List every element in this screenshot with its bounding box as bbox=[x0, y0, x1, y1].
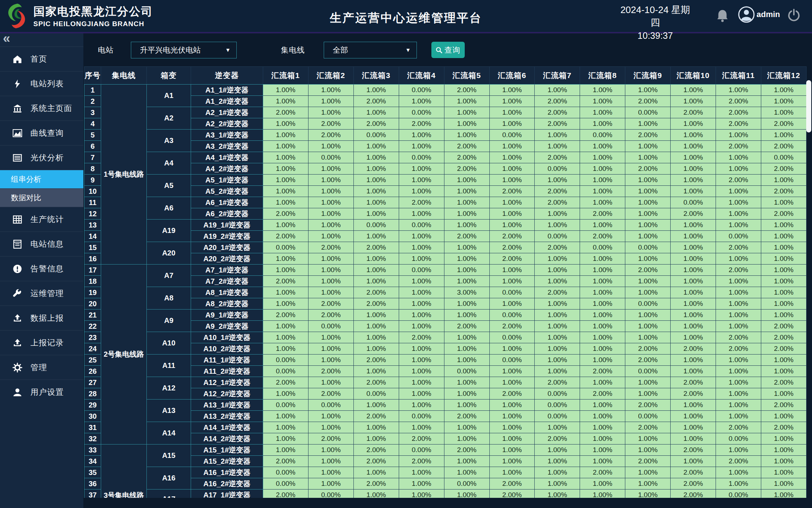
sidebar-item-user-settings[interactable]: 用户设置 bbox=[0, 380, 83, 404]
logout-power-icon[interactable] bbox=[787, 9, 800, 22]
box-cell: A16 bbox=[147, 467, 191, 489]
sidebar-item-station-list[interactable]: 电站列表 bbox=[0, 71, 83, 96]
value-cell: 1.00% bbox=[625, 310, 671, 321]
seq-cell: 23 bbox=[84, 332, 101, 343]
value-cell: 1.00% bbox=[399, 422, 444, 433]
inverter-cell: A20_2#逆变器 bbox=[191, 253, 263, 265]
time-text: 10:39:37 bbox=[616, 30, 694, 41]
scrollbar-thumb[interactable] bbox=[806, 80, 811, 132]
seq-cell: 30 bbox=[84, 411, 101, 422]
search-button[interactable]: 查询 bbox=[431, 42, 465, 58]
box-cell: A9 bbox=[147, 310, 191, 332]
value-cell: 1.00% bbox=[671, 298, 716, 310]
table-row: 35A16A16_1#逆变器0.00%1.00%1.00%1.00%1.00%1… bbox=[84, 467, 807, 478]
seq-cell: 19 bbox=[84, 287, 101, 298]
sidebar-item-alarm-info[interactable]: 告警信息 bbox=[0, 256, 83, 281]
inverter-cell: A19_1#逆变器 bbox=[191, 220, 263, 231]
sidebar-item-management[interactable]: 管理 bbox=[0, 355, 83, 380]
value-cell: 1.00% bbox=[580, 422, 625, 433]
column-header: 汇流箱11 bbox=[716, 67, 761, 85]
value-cell: 2.00% bbox=[716, 141, 761, 152]
table-row: 333号集电线路A15A15_1#逆变器1.00%1.00%2.00%0.00%… bbox=[84, 444, 807, 456]
value-cell: 1.00% bbox=[444, 208, 489, 220]
value-cell: 1.00% bbox=[308, 332, 353, 343]
value-cell: 1.00% bbox=[671, 332, 716, 343]
value-cell: 1.00% bbox=[353, 433, 399, 444]
value-cell: 1.00% bbox=[716, 321, 761, 332]
sidebar-item-om-management[interactable]: 运维管理 bbox=[0, 281, 83, 306]
box-cell: A5 bbox=[147, 175, 191, 197]
value-cell: 2.00% bbox=[444, 163, 489, 175]
value-cell: 1.00% bbox=[761, 411, 806, 422]
value-cell: 1.00% bbox=[625, 332, 671, 343]
value-cell: 1.00% bbox=[625, 467, 671, 478]
sidebar-item-curve-query[interactable]: 曲线查询 bbox=[0, 120, 83, 145]
value-cell: 1.00% bbox=[399, 287, 444, 298]
value-cell: 0.00% bbox=[308, 321, 353, 332]
value-cell: 2.00% bbox=[716, 118, 761, 130]
value-cell: 2.00% bbox=[263, 377, 308, 388]
sidebar-subitem-data-compare[interactable]: 数据对比 bbox=[0, 188, 83, 207]
brand-subtitle: SPIC HEILONGJIANG BRANCH bbox=[33, 20, 153, 28]
value-cell: 1.00% bbox=[308, 265, 353, 276]
value-cell: 0.00% bbox=[535, 388, 580, 400]
table-row: 15A20A20_1#逆变器0.00%2.00%2.00%1.00%1.00%2… bbox=[84, 242, 807, 253]
value-cell: 1.00% bbox=[444, 265, 489, 276]
value-cell: 1.00% bbox=[353, 141, 399, 152]
sidebar-item-station-info[interactable]: 电站信息 bbox=[0, 232, 83, 256]
value-cell: 1.00% bbox=[671, 433, 716, 444]
sidebar-item-data-upload[interactable]: 数据上报 bbox=[0, 306, 83, 330]
value-cell: 0.00% bbox=[399, 444, 444, 456]
value-cell: 1.00% bbox=[671, 118, 716, 130]
station-select[interactable]: 升平兴电光伏电站 ▼ bbox=[131, 42, 237, 58]
value-cell: 1.00% bbox=[308, 186, 353, 197]
table-row: 11A6A6_1#逆变器1.00%1.00%1.00%2.00%1.00%1.0… bbox=[84, 197, 807, 208]
value-cell: 0.00% bbox=[308, 400, 353, 411]
seq-cell: 6 bbox=[84, 141, 101, 152]
value-cell: 1.00% bbox=[263, 85, 308, 96]
value-cell: 1.00% bbox=[444, 400, 489, 411]
value-cell: 1.00% bbox=[625, 253, 671, 265]
value-cell: 0.00% bbox=[308, 152, 353, 163]
sidebar-item-label: 首页 bbox=[30, 54, 47, 65]
box-cell: A7 bbox=[147, 265, 191, 287]
line-cell: 1号集电线路 bbox=[101, 85, 147, 265]
table-row: 10A5_2#逆变器1.00%1.00%1.00%1.00%1.00%2.00%… bbox=[84, 186, 807, 197]
sidebar-item-upload-records[interactable]: 上报记录 bbox=[0, 330, 83, 355]
value-cell: 1.00% bbox=[671, 253, 716, 265]
sidebar-subitem-string-analysis[interactable]: 组串分析 bbox=[0, 170, 83, 188]
value-cell: 1.00% bbox=[353, 163, 399, 175]
sidebar-item-system-main[interactable]: 系统主页面 bbox=[0, 96, 83, 120]
table-row: 11号集电线路A1A1_1#逆变器1.00%1.00%1.00%0.00%2.0… bbox=[84, 85, 807, 96]
value-cell: 1.00% bbox=[353, 489, 399, 498]
line-select[interactable]: 全部 ▼ bbox=[324, 42, 417, 58]
value-cell: 1.00% bbox=[399, 130, 444, 141]
value-cell: 2.00% bbox=[489, 253, 535, 265]
column-header: 汇流箱1 bbox=[263, 67, 308, 85]
sidebar-collapse-icon[interactable]: « bbox=[0, 33, 83, 46]
seq-cell: 5 bbox=[84, 130, 101, 141]
value-cell: 1.00% bbox=[399, 478, 444, 489]
notifications-bell-icon[interactable] bbox=[716, 9, 729, 22]
value-cell: 1.00% bbox=[353, 467, 399, 478]
inverter-cell: A14_1#逆变器 bbox=[191, 422, 263, 433]
chart-icon bbox=[12, 128, 22, 138]
value-cell: 1.00% bbox=[399, 377, 444, 388]
value-cell: 1.00% bbox=[399, 343, 444, 355]
value-cell: 2.00% bbox=[444, 411, 489, 422]
value-cell: 1.00% bbox=[353, 186, 399, 197]
alert-icon bbox=[12, 264, 22, 274]
value-cell: 1.00% bbox=[671, 355, 716, 366]
value-cell: 1.00% bbox=[535, 355, 580, 366]
sidebar-item-pv-analysis[interactable]: 光伏分析 bbox=[0, 145, 83, 170]
sidebar-item-production-stats[interactable]: 生产统计 bbox=[0, 207, 83, 232]
table-row: 37A17A17_1#逆变器2.00%0.00%1.00%1.00%1.00%2… bbox=[84, 489, 807, 498]
value-cell: 1.00% bbox=[580, 456, 625, 467]
page-title: 生产运营中心运维管理平台 bbox=[330, 10, 482, 26]
sidebar-item-home[interactable]: 首页 bbox=[0, 46, 83, 71]
value-cell: 1.00% bbox=[716, 388, 761, 400]
value-cell: 1.00% bbox=[489, 377, 535, 388]
wrench-icon bbox=[12, 288, 22, 299]
column-header: 逆变器 bbox=[191, 67, 263, 85]
user-menu[interactable]: admin bbox=[738, 6, 780, 23]
